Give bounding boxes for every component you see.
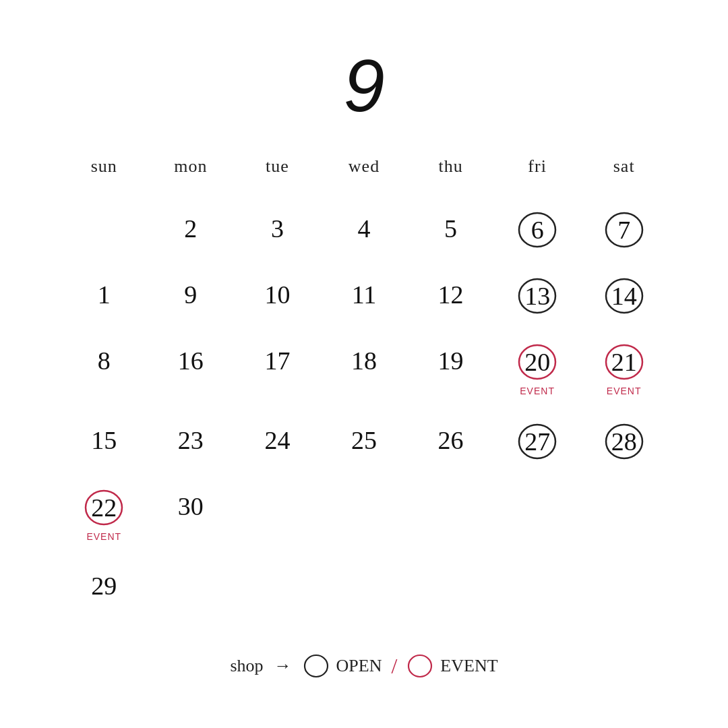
day-number: 26	[431, 421, 471, 461]
day-cell: 4	[321, 197, 408, 263]
day-number: 2	[171, 209, 211, 249]
day-cell: 29	[61, 554, 148, 619]
day-number: 19	[431, 341, 471, 382]
header-thu: thu	[407, 150, 494, 197]
header-fri: fri	[494, 150, 581, 197]
day-cell: 6	[494, 197, 581, 263]
day-cell: 24	[234, 408, 321, 475]
day-number: 13	[524, 281, 550, 311]
day-cell: 16	[148, 329, 235, 408]
calendar-container: 9 sun mon tue wed thu fri sat 2345671910…	[61, 28, 667, 700]
circled-day: 6	[516, 209, 558, 251]
day-cell	[234, 554, 321, 619]
header-mon: mon	[148, 150, 235, 197]
day-cell: 8	[61, 329, 148, 408]
circled-day: 7	[603, 209, 645, 251]
day-number: 3	[257, 209, 297, 249]
day-cell: 26	[407, 408, 494, 475]
day-number: 9	[171, 275, 211, 315]
day-cell	[61, 197, 148, 263]
day-number: 30	[171, 487, 211, 527]
day-number: 28	[611, 427, 637, 456]
day-cell: 28	[580, 408, 667, 475]
day-cell: 12	[407, 263, 494, 329]
day-cell: 11	[321, 263, 408, 329]
day-number: 14	[611, 281, 637, 311]
day-cell: 27	[494, 408, 581, 475]
legend-shop: shop	[230, 656, 263, 676]
open-circle-icon	[303, 653, 330, 679]
day-cell: 21EVENT	[580, 329, 667, 408]
day-cell: 9	[148, 263, 235, 329]
circled-event-day: 20	[516, 341, 558, 383]
circled-day: 13	[516, 275, 558, 317]
day-cell	[407, 554, 494, 619]
day-cell	[321, 475, 408, 554]
day-cell	[494, 554, 581, 619]
day-cell: 15	[61, 408, 148, 475]
day-cell: 10	[234, 263, 321, 329]
header-tue: tue	[234, 150, 321, 197]
legend-event-label: EVENT	[440, 656, 497, 676]
day-cell: 7	[580, 197, 667, 263]
day-number: 5	[431, 209, 471, 249]
day-number: 27	[524, 427, 550, 456]
circled-day: 14	[603, 275, 645, 317]
day-number: 15	[84, 421, 124, 461]
header-wed: wed	[321, 150, 408, 197]
day-cell: 18	[321, 329, 408, 408]
svg-point-10	[408, 655, 431, 677]
day-cell: 13	[494, 263, 581, 329]
day-number: 17	[257, 341, 297, 382]
day-cell: 20EVENT	[494, 329, 581, 408]
day-cell: 19	[407, 329, 494, 408]
day-cell: 22EVENT	[61, 475, 148, 554]
calendar-days: 23456719101112131481617181920EVENT21EVEN…	[61, 197, 667, 619]
month-title: 9	[343, 49, 384, 123]
day-number: 10	[257, 275, 297, 315]
day-number: 23	[171, 421, 211, 461]
day-number: 1	[84, 275, 124, 315]
day-number: 25	[344, 421, 384, 461]
legend-open-label: OPEN	[336, 656, 382, 676]
circled-day: 28	[603, 421, 645, 462]
day-number: 11	[344, 275, 384, 315]
day-cell	[321, 554, 408, 619]
day-cell: 3	[234, 197, 321, 263]
day-number: 6	[531, 215, 544, 245]
day-cell: 17	[234, 329, 321, 408]
day-cell: 5	[407, 197, 494, 263]
day-number: 7	[617, 215, 630, 245]
event-label: EVENT	[520, 386, 555, 396]
day-number: 8	[84, 341, 124, 382]
day-cell	[234, 475, 321, 554]
day-number: 24	[257, 421, 297, 461]
day-cell: 23	[148, 408, 235, 475]
day-number: 18	[344, 341, 384, 382]
day-cell: 30	[148, 475, 235, 554]
event-circle-icon	[406, 653, 433, 679]
day-cell	[407, 475, 494, 554]
circled-event-day: 21	[603, 341, 645, 383]
legend-arrow: →	[274, 656, 292, 676]
day-cell: 14	[580, 263, 667, 329]
svg-point-9	[305, 655, 328, 677]
circled-event-day: 22	[83, 487, 125, 528]
circled-day: 27	[516, 421, 558, 462]
event-label: EVENT	[607, 386, 642, 396]
day-cell	[148, 554, 235, 619]
legend: shop → OPEN / EVENT	[230, 653, 497, 679]
day-number: 29	[84, 566, 124, 607]
day-cell	[580, 554, 667, 619]
day-cell: 25	[321, 408, 408, 475]
day-number: 22	[91, 493, 117, 522]
header-sat: sat	[580, 150, 667, 197]
day-number: 21	[611, 347, 637, 377]
day-cell: 2	[148, 197, 235, 263]
legend-slash: /	[391, 654, 397, 679]
event-label: EVENT	[86, 531, 121, 542]
day-number: 20	[524, 347, 550, 377]
day-cell: 1	[61, 263, 148, 329]
day-cell	[494, 475, 581, 554]
header-sun: sun	[61, 150, 148, 197]
